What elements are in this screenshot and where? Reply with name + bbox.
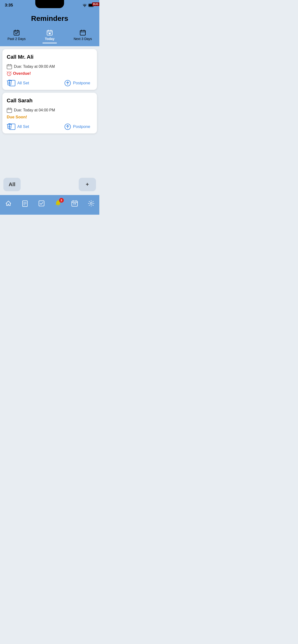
add-button[interactable]: + [79, 178, 96, 191]
allset-button-2[interactable]: All Set [9, 124, 29, 130]
reminder-2-actions: All Set Postpone [7, 124, 93, 130]
calendar-today-icon [46, 29, 53, 36]
bell-badge-container: 3 [55, 199, 61, 208]
tabbar-notes[interactable] [21, 200, 29, 207]
reminder-1-due: Due: Today at 09:00 AM [7, 64, 93, 69]
notch [35, 0, 64, 8]
tab-today-indicator [43, 43, 57, 43]
svg-rect-12 [7, 65, 12, 69]
tab-today[interactable]: Today [33, 27, 66, 46]
tab-next-label: Next 3 Days [74, 37, 92, 41]
tab-next-3-days[interactable]: Next 3 Days [66, 27, 99, 46]
reminder-card-1: Call Mr. Ali Due: Today at 09:00 AM Over… [3, 49, 97, 90]
app-title: Reminders [0, 14, 99, 27]
calendar-next-icon [79, 29, 86, 36]
tab-today-label: Today [45, 37, 54, 41]
main-scroll: Reminders Past 2 Days [0, 10, 99, 195]
all-button[interactable]: All [3, 178, 21, 191]
svg-rect-8 [49, 33, 51, 34]
tab-next-indicator [76, 43, 90, 43]
bottom-action-buttons: All + [0, 174, 99, 195]
reminder-2-due: Due: Today at 04:00 PM [7, 108, 93, 113]
notification-badge: 3 [59, 198, 64, 203]
bottom-tab-bar: 3 [0, 195, 99, 215]
tab-past-label: Past 2 Days [8, 37, 26, 41]
tabbar-home[interactable] [5, 200, 12, 207]
svg-rect-34 [75, 204, 76, 204]
delete-button-2[interactable] [7, 123, 12, 130]
postpone-button-1[interactable]: Postpone [64, 80, 90, 86]
svg-rect-9 [80, 30, 85, 35]
delete-button-1[interactable] [7, 79, 12, 86]
wifi-icon [83, 4, 87, 7]
svg-rect-29 [39, 201, 44, 206]
allset-button-1[interactable]: All Set [9, 80, 29, 86]
postpone-icon-1 [64, 80, 71, 86]
gear-icon [88, 200, 95, 207]
reminders-list: Call Mr. Ali Due: Today at 09:00 AM Over… [0, 46, 99, 174]
postpone-button-2[interactable]: Postpone [64, 124, 90, 130]
app-header: Reminders Past 2 Days [0, 10, 99, 46]
reminder-1-status: Overdue! [7, 71, 93, 76]
svg-rect-19 [7, 108, 12, 112]
due-calendar-icon-1 [7, 64, 12, 69]
alarm-icon-1 [7, 71, 12, 76]
reminder-1-actions: All Set Postpone [7, 80, 93, 86]
tabbar-tasks[interactable] [38, 200, 45, 207]
tabbar-settings[interactable] [88, 200, 95, 207]
svg-rect-2 [14, 30, 19, 35]
debug-badge: BUG [92, 2, 99, 6]
tab-past-indicator [9, 43, 24, 43]
bell-icon-wrapper: 3 [54, 200, 62, 207]
reminder-2-title: Call Sarah [7, 98, 93, 104]
postpone-icon-2 [64, 124, 71, 130]
reminder-card-2: Call Sarah Due: Today at 04:00 PM Due So… [3, 93, 97, 134]
notes-icon [21, 200, 29, 207]
calendar-check-icon [13, 29, 20, 36]
tabbar-calendar[interactable] [71, 200, 78, 207]
reminder-1-title: Call Mr. Ali [7, 54, 93, 60]
tabbar-notifications[interactable]: 3 [54, 200, 62, 207]
tab-bar-top: Past 2 Days Today [0, 27, 99, 46]
status-time: 3:35 [5, 3, 13, 8]
status-bar: 3:35 BUG [0, 0, 99, 10]
home-icon [5, 200, 12, 207]
svg-point-35 [90, 202, 92, 204]
calendar-icon [71, 200, 78, 207]
svg-rect-33 [73, 204, 74, 204]
svg-rect-30 [72, 201, 77, 206]
reminder-2-status: Due Soon! [7, 115, 93, 120]
tasks-icon [38, 200, 45, 207]
tab-past-2-days[interactable]: Past 2 Days [0, 27, 33, 46]
due-calendar-icon-2 [7, 108, 12, 113]
